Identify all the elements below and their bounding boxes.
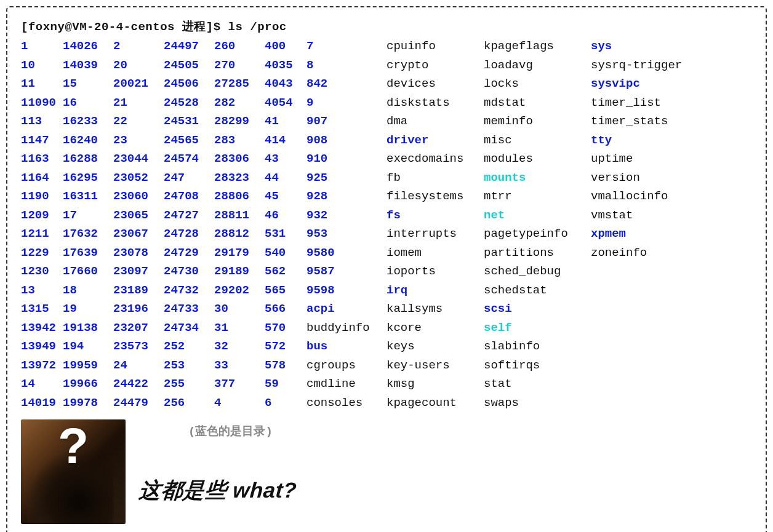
proc-entry: 29202 bbox=[214, 282, 265, 299]
proc-entry: 24505 bbox=[164, 57, 214, 74]
proc-entry: loadavg bbox=[484, 57, 591, 74]
proc-entry: 27285 bbox=[214, 76, 265, 92]
proc-entry: 19978 bbox=[63, 395, 113, 411]
proc-entry: meminfo bbox=[484, 113, 591, 130]
proc-entry: cpuinfo bbox=[386, 38, 484, 55]
proc-entry: 283 bbox=[214, 132, 265, 149]
proc-entry: 11090 bbox=[21, 95, 63, 111]
proc-entry: softirqs bbox=[484, 357, 591, 374]
proc-entry: fs bbox=[386, 207, 484, 224]
proc-entry: 4043 bbox=[265, 76, 306, 92]
terminal-window: [foxny@VM-20-4-centos 进程]$ ls /proc 1140… bbox=[6, 6, 767, 532]
proc-entry: devices bbox=[386, 76, 484, 92]
proc-entry: 13 bbox=[21, 282, 63, 299]
proc-entry: 14039 bbox=[63, 57, 113, 74]
proc-entry: 18 bbox=[63, 282, 113, 299]
proc-entry: buddyinfo bbox=[306, 320, 386, 336]
proc-entry: 1230 bbox=[21, 263, 63, 280]
proc-entry: 1 bbox=[21, 38, 63, 55]
proc-entry bbox=[591, 338, 695, 355]
proc-entry: kallsyms bbox=[386, 301, 484, 317]
color-note: (蓝色的是目录) bbox=[188, 423, 297, 439]
proc-entry: 24497 bbox=[164, 38, 214, 55]
proc-entry: 16295 bbox=[63, 170, 113, 186]
proc-entry: 23097 bbox=[113, 263, 164, 280]
proc-entry: mounts bbox=[484, 170, 591, 186]
proc-entry: 16311 bbox=[63, 188, 113, 205]
proc-entry: slabinfo bbox=[484, 338, 591, 355]
proc-entry: 23067 bbox=[113, 226, 164, 242]
proc-entry: 23044 bbox=[113, 151, 164, 167]
proc-entry: 21 bbox=[113, 95, 164, 111]
proc-entry: 17 bbox=[63, 207, 113, 224]
proc-entry: 256 bbox=[164, 395, 214, 411]
proc-entry: 953 bbox=[306, 226, 386, 242]
proc-entry: 1163 bbox=[21, 151, 63, 167]
proc-entry: 19138 bbox=[63, 320, 113, 336]
proc-entry bbox=[591, 263, 695, 280]
proc-entry: 842 bbox=[306, 76, 386, 92]
proc-entry: 6 bbox=[265, 395, 306, 411]
proc-entry: 19966 bbox=[63, 376, 113, 392]
proc-entry: 29179 bbox=[214, 245, 265, 261]
caption-text: 这都是些 what? bbox=[138, 476, 297, 505]
proc-entry: 24479 bbox=[113, 395, 164, 411]
proc-entry: 44 bbox=[265, 170, 306, 186]
proc-entry: 24531 bbox=[164, 113, 214, 130]
proc-entry bbox=[591, 320, 695, 336]
proc-entry: xpmem bbox=[591, 226, 695, 242]
proc-entry: crypto bbox=[386, 57, 484, 74]
proc-entry: 28811 bbox=[214, 207, 265, 224]
proc-entry: 14026 bbox=[63, 38, 113, 55]
proc-entry: mtrr bbox=[484, 188, 591, 205]
proc-entry: 16 bbox=[63, 95, 113, 111]
proc-entry: 8 bbox=[306, 57, 386, 74]
proc-entry: fb bbox=[386, 170, 484, 186]
proc-entry: 23065 bbox=[113, 207, 164, 224]
proc-entry: 925 bbox=[306, 170, 386, 186]
proc-entry: pagetypeinfo bbox=[484, 226, 591, 242]
proc-entry bbox=[591, 357, 695, 374]
proc-entry: scsi bbox=[484, 301, 591, 317]
proc-entry: 23060 bbox=[113, 188, 164, 205]
proc-entry bbox=[591, 282, 695, 299]
proc-entry: self bbox=[484, 320, 591, 336]
proc-entry: 282 bbox=[214, 95, 265, 111]
proc-entry: kcore bbox=[386, 320, 484, 336]
proc-entry: 578 bbox=[265, 357, 306, 374]
proc-entry: 10 bbox=[21, 57, 63, 74]
meme-image: ? bbox=[21, 419, 126, 524]
proc-entry: 17632 bbox=[63, 226, 113, 242]
proc-entry: 24730 bbox=[164, 263, 214, 280]
proc-entry: 910 bbox=[306, 151, 386, 167]
proc-entry: schedstat bbox=[484, 282, 591, 299]
proc-entry: 11 bbox=[21, 76, 63, 92]
proc-entry: 24728 bbox=[164, 226, 214, 242]
proc-entry: 28812 bbox=[214, 226, 265, 242]
proc-entry: 32 bbox=[214, 338, 265, 355]
proc-entry: kpagecount bbox=[386, 395, 484, 411]
proc-entry: 22 bbox=[113, 113, 164, 130]
proc-entry: 24732 bbox=[164, 282, 214, 299]
proc-entry: version bbox=[591, 170, 695, 186]
proc-entry: 19959 bbox=[63, 357, 113, 374]
proc-entry: 59 bbox=[265, 376, 306, 392]
proc-entry: 23 bbox=[113, 132, 164, 149]
proc-entry: stat bbox=[484, 376, 591, 392]
proc-entry: mdstat bbox=[484, 95, 591, 111]
proc-entry: irq bbox=[386, 282, 484, 299]
proc-entry: 540 bbox=[265, 245, 306, 261]
proc-entry: 928 bbox=[306, 188, 386, 205]
proc-entry: 17639 bbox=[63, 245, 113, 261]
proc-entry: 16288 bbox=[63, 151, 113, 167]
proc-entry: 16233 bbox=[63, 113, 113, 130]
proc-entry: 29189 bbox=[214, 263, 265, 280]
proc-entry: 9 bbox=[306, 95, 386, 111]
proc-entry: tty bbox=[591, 132, 695, 149]
proc-entry: 13942 bbox=[21, 320, 63, 336]
proc-entry bbox=[591, 301, 695, 317]
proc-entry: 377 bbox=[214, 376, 265, 392]
proc-entry: 14019 bbox=[21, 395, 63, 411]
proc-entry: 531 bbox=[265, 226, 306, 242]
proc-entry: keys bbox=[386, 338, 484, 355]
